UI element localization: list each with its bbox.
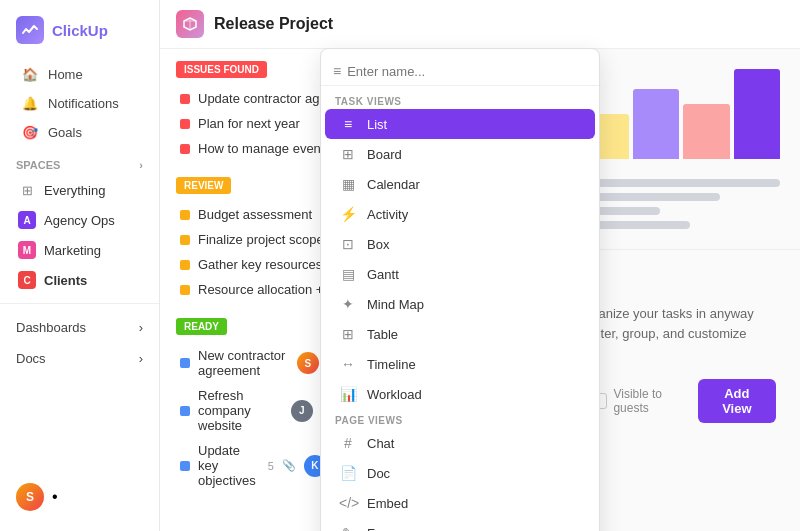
workload-icon: 📊 <box>339 386 357 402</box>
dropdown-item-doc[interactable]: 📄 Doc <box>325 458 595 488</box>
item-label: Activity <box>367 207 408 222</box>
search-input[interactable] <box>347 64 587 79</box>
task-name: Finalize project scope... <box>198 232 335 247</box>
add-view-button[interactable]: Add View <box>698 379 776 423</box>
review-badge: REVIEW <box>176 177 231 194</box>
agency-ops-avatar: A <box>18 211 36 229</box>
sidebar-item-label: Goals <box>48 125 82 140</box>
dropdown-item-embed[interactable]: </> Embed <box>325 488 595 518</box>
spaces-label: Spaces <box>16 159 60 171</box>
dropdown-item-timeline[interactable]: ↔ Timeline <box>325 349 595 379</box>
dropdown-item-list[interactable]: ≡ List <box>325 109 595 139</box>
docs-label: Docs <box>16 351 46 366</box>
sidebar-item-everything[interactable]: ⊞ Everything <box>2 175 157 205</box>
app-logo: ClickUp <box>0 12 159 60</box>
page-views-section-label: PAGE VIEWS <box>321 409 599 428</box>
project-cube-icon <box>182 16 198 32</box>
sidebar-item-home[interactable]: 🏠 Home <box>6 60 153 89</box>
chart-bar <box>633 89 680 159</box>
calendar-icon: ▦ <box>339 176 357 192</box>
task-status-dot <box>180 144 190 154</box>
sidebar-item-clients[interactable]: C Clients <box>2 265 157 295</box>
sidebar-item-label: Notifications <box>48 96 119 111</box>
dropdown-item-form[interactable]: ✎ Form <box>325 518 595 531</box>
space-label: Marketing <box>44 243 101 258</box>
list-icon: ≡ <box>333 63 341 79</box>
user-profile[interactable]: S • <box>0 475 159 519</box>
dropdown-item-chat[interactable]: # Chat <box>325 428 595 458</box>
task-status-dot <box>180 358 190 368</box>
page-title: Release Project <box>214 15 333 33</box>
dropdown-item-workload[interactable]: 📊 Workload <box>325 379 595 409</box>
sidebar-item-marketing[interactable]: M Marketing <box>2 235 157 265</box>
item-label: Timeline <box>367 357 416 372</box>
chat-icon: # <box>339 435 357 451</box>
dropdown-item-mind-map[interactable]: ✦ Mind Map <box>325 289 595 319</box>
divider <box>0 303 159 304</box>
clickup-logo-icon <box>16 16 44 44</box>
collapse-icon[interactable]: › <box>139 159 143 171</box>
item-label: Form <box>367 526 397 532</box>
project-icon <box>176 10 204 38</box>
dropdown-item-calendar[interactable]: ▦ Calendar <box>325 169 595 199</box>
task-status-dot <box>180 235 190 245</box>
avatar: S <box>16 483 44 511</box>
mindmap-icon: ✦ <box>339 296 357 312</box>
sidebar-item-label: Home <box>48 67 83 82</box>
chart-bar-group <box>683 104 730 159</box>
dropdown-item-activity[interactable]: ⚡ Activity <box>325 199 595 229</box>
chart-bar <box>683 104 730 159</box>
task-name: How to manage event... <box>198 141 335 156</box>
chevron-right-icon: › <box>139 351 143 366</box>
guest-visibility-toggle[interactable]: Visible to guests <box>594 387 688 415</box>
form-icon: ✎ <box>339 525 357 531</box>
status-dot: • <box>52 488 58 506</box>
task-name: Update key objectives <box>198 443 256 488</box>
dropdown-item-table[interactable]: ⊞ Table <box>325 319 595 349</box>
chevron-right-icon: › <box>139 320 143 335</box>
item-label: Embed <box>367 496 408 511</box>
sidebar: ClickUp 🏠 Home 🔔 Notifications 🎯 Goals S… <box>0 0 160 531</box>
box-icon: ⊡ <box>339 236 357 252</box>
item-label: Workload <box>367 387 422 402</box>
sidebar-item-docs[interactable]: Docs › <box>0 343 159 374</box>
space-label: Agency Ops <box>44 213 115 228</box>
sidebar-item-agency-ops[interactable]: A Agency Ops <box>2 205 157 235</box>
dashboards-label: Dashboards <box>16 320 86 335</box>
chart-bar <box>734 69 781 159</box>
goals-icon: 🎯 <box>22 125 38 140</box>
item-label: Table <box>367 327 398 342</box>
item-label: Gantt <box>367 267 399 282</box>
dropdown-item-box[interactable]: ⊡ Box <box>325 229 595 259</box>
item-label: Board <box>367 147 402 162</box>
activity-icon: ⚡ <box>339 206 357 222</box>
dropdown-item-gantt[interactable]: ▤ Gantt <box>325 259 595 289</box>
gantt-icon: ▤ <box>339 266 357 282</box>
assignee-avatar: S <box>297 352 319 374</box>
everything-icon: ⊞ <box>18 181 36 199</box>
ready-badge: READY <box>176 318 227 335</box>
item-label: Mind Map <box>367 297 424 312</box>
space-label: Clients <box>44 273 87 288</box>
sidebar-item-notifications[interactable]: 🔔 Notifications <box>6 89 153 118</box>
main-content: Release Project ISSUES FOUND Update cont… <box>160 0 800 531</box>
issues-badge: ISSUES FOUND <box>176 61 267 78</box>
sidebar-item-goals[interactable]: 🎯 Goals <box>6 118 153 147</box>
item-label: Calendar <box>367 177 420 192</box>
list-icon: ≡ <box>339 116 357 132</box>
task-count: 5 <box>268 460 274 472</box>
task-status-dot <box>180 119 190 129</box>
doc-icon: 📄 <box>339 465 357 481</box>
spaces-section: Spaces › <box>0 147 159 175</box>
task-status-dot <box>180 260 190 270</box>
sidebar-item-dashboards[interactable]: Dashboards › <box>0 312 159 343</box>
chart-bar-group <box>633 89 680 159</box>
task-views-section-label: TASK VIEWS <box>321 90 599 109</box>
task-name: Plan for next year <box>198 116 300 131</box>
app-name: ClickUp <box>52 22 108 39</box>
item-label: Chat <box>367 436 394 451</box>
task-name: Refresh company website <box>198 388 283 433</box>
embed-icon: </> <box>339 495 357 511</box>
space-label: Everything <box>44 183 105 198</box>
dropdown-item-board[interactable]: ⊞ Board <box>325 139 595 169</box>
